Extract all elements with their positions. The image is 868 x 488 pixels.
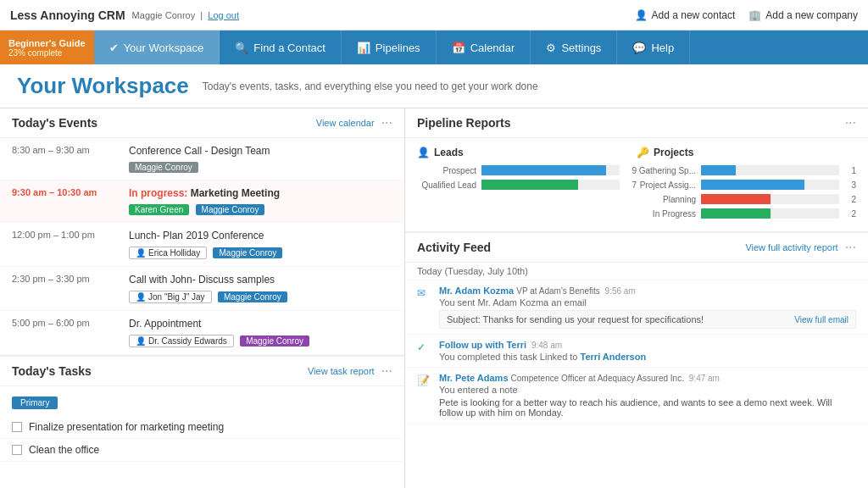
guide-title: Beginner's Guide <box>8 38 86 48</box>
events-more-icon[interactable]: ··· <box>381 115 392 130</box>
activity-item-check: ✓ Follow up with Terri 9:48 am You compl… <box>405 335 868 368</box>
right-panel: Pipeline Reports ··· 👤 Leads Prospect 9 <box>405 108 868 488</box>
event-tag-erica[interactable]: 👤 Erica Holliday <box>129 247 207 259</box>
view-full-email-link[interactable]: View full email <box>794 315 849 324</box>
event-tag-karen[interactable]: Karen Green <box>129 204 189 215</box>
pipeline-bar <box>701 194 771 204</box>
tasks-more-icon[interactable]: ··· <box>381 363 392 379</box>
view-full-activity-link[interactable]: View full activity report <box>745 242 837 252</box>
event-tag-maggie[interactable]: Maggie Conroy <box>196 204 265 215</box>
activity-person-name2[interactable]: Mr. Pete Adams <box>439 373 509 383</box>
event-tag-cassidy[interactable]: 👤 Dr. Cassidy Edwards <box>129 335 234 347</box>
add-company-label: Add a new company <box>765 9 858 21</box>
task-label: Clean the office <box>29 444 99 456</box>
activity-title: Activity Feed <box>417 241 491 254</box>
nav-bar: Beginner's Guide 23% complete ✔ Your Wor… <box>0 30 868 64</box>
add-company-button[interactable]: 🏢 Add a new company <box>748 9 858 21</box>
pipeline-count: 2 <box>844 195 856 204</box>
pipeline-bar <box>701 180 804 190</box>
pipeline-label: Gathering Sp... <box>637 166 696 175</box>
main-content: Today's Events View calendar ··· 8:30 am… <box>0 108 868 488</box>
event-tag-jon[interactable]: 👤 Jon "Big J" Jay <box>129 291 212 303</box>
pipeline-bar-wrap <box>701 208 839 219</box>
event-details: Dr. Appointment 👤 Dr. Cassidy Edwards Ma… <box>129 318 392 347</box>
settings-label: Settings <box>561 42 601 54</box>
pipeline-row: Gathering Sp... 1 <box>637 165 856 175</box>
nav-help[interactable]: 💬 Help <box>617 30 690 64</box>
activity-more-icon[interactable]: ··· <box>845 240 856 255</box>
events-title: Today's Events <box>12 116 97 130</box>
event-item: 9:30 am – 10:30 am In progress: Marketin… <box>0 180 404 223</box>
help-label: Help <box>651 42 674 54</box>
nav-calendar[interactable]: 📅 Calendar <box>437 30 531 64</box>
pipeline-more-icon[interactable]: ··· <box>845 115 856 130</box>
beginners-guide-button[interactable]: Beginner's Guide 23% complete <box>0 30 94 64</box>
pipeline-row: In Progress 2 <box>637 208 856 219</box>
event-title: Marketing Meeting <box>191 187 280 199</box>
company-icon: 🏢 <box>748 9 761 21</box>
event-tag-maggie2[interactable]: Maggie Conroy <box>213 247 282 258</box>
top-bar-right: 👤 Add a new contact 🏢 Add a new company <box>635 9 858 21</box>
pipelines-label: Pipelines <box>376 42 420 54</box>
settings-icon: ⚙ <box>546 42 556 54</box>
add-contact-label: Add a new contact <box>652 9 736 21</box>
page-title: Your Workspace <box>17 73 189 99</box>
nav-settings[interactable]: ⚙ Settings <box>531 30 617 64</box>
activity-content: Mr. Pete Adams Competence Officer at Ade… <box>439 373 856 418</box>
top-bar: Less Annoying CRM Maggie Conroy | Log ou… <box>0 0 868 30</box>
task-checkbox[interactable] <box>12 445 22 455</box>
find-icon: 🔍 <box>235 42 248 54</box>
calendar-label: Calendar <box>470 42 515 54</box>
leads-icon: 👤 <box>417 147 430 158</box>
nav-pipelines[interactable]: 📊 Pipelines <box>342 30 437 64</box>
event-tag-maggie3[interactable]: Maggie Conroy <box>218 291 287 302</box>
task-label: Finalize presentation for marketing meet… <box>29 421 224 433</box>
event-time: 12:00 pm – 1:00 pm <box>12 230 122 240</box>
logout-link[interactable]: Log out <box>208 10 239 20</box>
task-item: Finalize presentation for marketing meet… <box>0 416 404 439</box>
event-tag-maggie4[interactable]: Maggie Conroy <box>240 336 309 347</box>
activity-person-name[interactable]: Mr. Adam Kozma <box>439 286 514 296</box>
pipeline-row: Project Assig... 3 <box>637 180 856 190</box>
activity-item-email: ✉ Mr. Adam Kozma VP at Adam's Benefits 9… <box>405 280 868 335</box>
event-title: Lunch- Plan 2019 Conference <box>129 230 264 241</box>
activity-note-text2: Pete is looking for a better way to reac… <box>439 397 856 418</box>
activity-header-row: Follow up with Terri 9:48 am <box>439 340 856 350</box>
activity-desc: You sent Mr. Adam Kozma an email <box>439 297 856 308</box>
tasks-section-header: Today's Tasks View task report ··· <box>0 357 404 386</box>
activity-header-row: Mr. Adam Kozma VP at Adam's Benefits 9:5… <box>439 286 856 296</box>
projects-title: 🔑 Projects <box>637 147 856 158</box>
pipeline-grid: 👤 Leads Prospect 9 Qualified Lead 7 <box>405 138 868 231</box>
left-panel: Today's Events View calendar ··· 8:30 am… <box>0 108 405 488</box>
task-checkbox[interactable] <box>12 422 22 432</box>
pipeline-count: 3 <box>844 180 856 190</box>
events-section-header: Today's Events View calendar ··· <box>0 108 404 138</box>
tasks-title: Today's Tasks <box>12 364 92 378</box>
activity-date: Today (Tuesday, July 10th) <box>405 263 868 280</box>
view-task-report-link[interactable]: View task report <box>308 366 375 376</box>
task-badge: Primary <box>12 396 58 409</box>
note-icon: 📝 <box>417 373 432 386</box>
username: Maggie Conroy <box>132 10 196 20</box>
activity-terri-link[interactable]: Terri Anderson <box>581 352 647 362</box>
pipeline-bar <box>701 208 771 219</box>
event-name: Call with John- Discuss samples <box>129 274 392 286</box>
add-contact-button[interactable]: 👤 Add a new contact <box>635 9 736 21</box>
leads-col: 👤 Leads Prospect 9 Qualified Lead 7 <box>417 147 637 223</box>
nav-your-workspace[interactable]: ✔ Your Workspace <box>94 30 220 64</box>
activity-note-box: Subject: Thanks for sending us your requ… <box>439 310 856 329</box>
activity-section: Activity Feed View full activity report … <box>405 231 868 424</box>
event-time: 9:30 am – 10:30 am <box>12 187 122 197</box>
event-name: In progress: Marketing Meeting <box>129 187 392 199</box>
event-tag[interactable]: Maggie Conroy <box>129 162 198 173</box>
activity-task-name[interactable]: Follow up with Terri <box>439 340 526 350</box>
nav-find-contact[interactable]: 🔍 Find a Contact <box>220 30 342 64</box>
view-calendar-link[interactable]: View calendar <box>316 118 375 128</box>
event-details: Conference Call - Design Team Maggie Con… <box>129 145 392 173</box>
person-icon: 👤 <box>635 9 648 21</box>
guide-progress: 23% complete <box>8 48 86 58</box>
check-icon: ✓ <box>417 340 432 353</box>
pipeline-count: 2 <box>844 209 856 219</box>
pipeline-label: Prospect <box>417 166 476 175</box>
pipeline-bar <box>701 165 736 175</box>
